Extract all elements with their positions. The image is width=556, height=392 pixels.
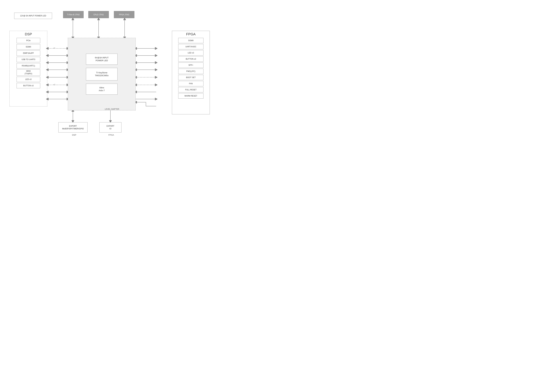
jtag-fpga-box: FPGA JTAG <box>114 11 134 18</box>
level-shifter-label: LEVEL SHIFTER <box>101 108 123 110</box>
fpga-title: FPGA <box>186 32 196 36</box>
jtag-ti-box: TI Rev B JTAG <box>63 11 84 18</box>
fpga-sgmii: SGMII <box>178 38 203 43</box>
fpga-fullreset: FULL RESET <box>178 87 203 92</box>
fpga-uart: UART/XADC <box>178 44 203 49</box>
fpga-outer-box: FPGA SGMII UART/XADC LED x3 BUTTON x3 SF… <box>172 31 210 114</box>
pcie-x2-label: x2 <box>53 47 55 49</box>
export-dsp-box: EXPORTMcBSP/SPI/TIMER/GPIO <box>58 122 87 132</box>
fpga-sfp: SFP+ <box>178 62 203 68</box>
fpga-bootset: BOOT SET <box>178 75 203 80</box>
fpga-led: LED x3 <box>178 50 203 55</box>
dsp-title: DSP <box>25 32 32 36</box>
block-diagram: 12V@ 5A INPUT POWER LED TI Rev B JTAG CP… <box>0 0 221 157</box>
dsp-outer-box: DSP PCIe SGMII EMIF16/uPP USB TO UART0 R… <box>9 31 47 107</box>
power-label-box: 12V@ 5A INPUT POWER LED <box>14 13 52 19</box>
dsp-sgmii: SGMII <box>16 44 40 50</box>
jtag-cpld-box: CPLD JTAG <box>88 11 109 18</box>
dsp-emif: EMIF16/uPP <box>16 50 40 56</box>
fpga-fmc: FMC(LPC) <box>178 69 203 74</box>
center-power: 9V@3A INPUT POWER LED <box>86 54 117 65</box>
dsp-pcie: PCIe <box>16 38 40 43</box>
export-fpga-box: EXPORTIO <box>99 122 122 132</box>
center-main-box: 9V@3A INPUT POWER LED TI KeyStone TMS320… <box>68 38 136 110</box>
export-fpga-label: FPGA <box>105 134 117 136</box>
export-dsp-label: DSP <box>68 134 80 136</box>
dsp-led: LED x3 <box>16 77 40 82</box>
srio-x2-label: x2 <box>53 84 55 85</box>
fpga-fan: FAN <box>178 81 203 86</box>
center-cpu: TI KeyStone TMS320C665x <box>86 68 117 80</box>
dsp-button: BUTTON x3 <box>16 83 40 88</box>
dsp-srio: SRIO(TX&RX) <box>16 69 40 76</box>
fpga-warmreset: WARM RESET <box>178 93 203 99</box>
center-fpga-chip: Xilinx Artix-7 <box>86 84 117 95</box>
fpga-button: BUTTON x3 <box>178 56 203 62</box>
dsp-usb: USB TO UART0 <box>16 57 40 62</box>
dsp-rs485: RS485(UART1) <box>16 63 40 69</box>
